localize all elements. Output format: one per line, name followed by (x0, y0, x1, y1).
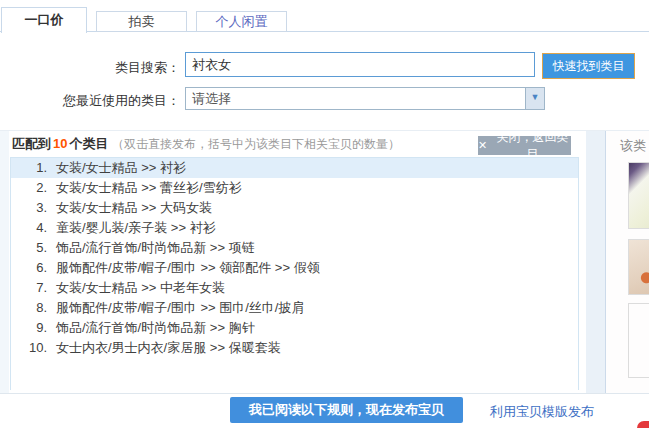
category-row[interactable]: 3.女装/女士精品 >> 大码女装 (11, 198, 578, 218)
match-suffix: 个类目 (69, 136, 108, 151)
tab-personal-idle[interactable]: 个人闲置 (196, 11, 287, 32)
left-edge-strip (0, 131, 9, 393)
category-row[interactable]: 4.童装/婴儿装/亲子装 >> 衬衫 (11, 218, 578, 238)
right-gutter-strip (586, 131, 605, 393)
category-row[interactable]: 1.女装/女士精品 >> 衬衫 (11, 158, 578, 178)
close-return-category-button[interactable]: ✕ 关闭，返回类目 (478, 136, 571, 155)
match-count: 10 (51, 136, 69, 151)
category-row-number: 5. (11, 238, 47, 258)
category-row-path: 童装/婴儿装/亲子装 >> 衬衫 (56, 220, 216, 235)
corner-red-badge (637, 421, 649, 428)
category-row-number: 8. (11, 298, 47, 318)
match-hint: （双击直接发布，括号中为该类目下相关宝贝的数量） (112, 137, 400, 151)
recent-category-label: 您最近使用的类目： (4, 92, 180, 110)
category-row-number: 6. (11, 258, 47, 278)
category-row-number: 2. (11, 178, 47, 198)
category-row[interactable]: 9.饰品/流行首饰/时尚饰品新 >> 胸针 (11, 318, 578, 338)
related-items-panel-title: 该类 (620, 137, 646, 155)
tab-fixed-price[interactable]: 一口价 (1, 7, 87, 33)
publish-item-button[interactable]: 我已阅读以下规则，现在发布宝贝 (230, 397, 463, 423)
category-row[interactable]: 10.女士内衣/男士内衣/家居服 >> 保暖套装 (11, 338, 578, 358)
category-row-path: 女装/女士精品 >> 蕾丝衫/雪纺衫 (56, 180, 242, 195)
category-row-path: 饰品/流行首饰/时尚饰品新 >> 项链 (56, 240, 255, 255)
use-template-link[interactable]: 利用宝贝模版发布 (490, 403, 594, 421)
close-icon: ✕ (478, 140, 487, 151)
tab-auction[interactable]: 拍卖 (96, 11, 187, 32)
match-result-header: 匹配到10个类目 （双击直接发布，括号中为该类目下相关宝贝的数量） (12, 135, 400, 153)
product-thumbnail[interactable] (628, 303, 649, 378)
category-row-path: 饰品/流行首饰/时尚饰品新 >> 胸针 (56, 320, 255, 335)
category-row[interactable]: 6.服饰配件/皮带/帽子/围巾 >> 领部配件 >> 假领 (11, 258, 578, 278)
category-select-page: 一口价 拍卖 个人闲置 类目搜索： 快速找到类目 您最近使用的类目： 请选择 ▼… (0, 0, 649, 428)
category-row[interactable]: 2.女装/女士精品 >> 蕾丝衫/雪纺衫 (11, 178, 578, 198)
category-row-path: 女装/女士精品 >> 衬衫 (56, 160, 186, 175)
footer-divider (0, 393, 649, 394)
recent-category-selected-value: 请选择 (192, 91, 231, 106)
category-row-number: 4. (11, 218, 47, 238)
category-row[interactable]: 5.饰品/流行首饰/时尚饰品新 >> 项链 (11, 238, 578, 258)
category-row-path: 女装/女士精品 >> 大码女装 (56, 200, 212, 215)
category-row-path: 女士内衣/男士内衣/家居服 >> 保暖套装 (56, 340, 281, 355)
category-row[interactable]: 7.女装/女士精品 >> 中老年女装 (11, 278, 578, 298)
product-thumbnail[interactable] (628, 239, 649, 295)
category-row-number: 9. (11, 318, 47, 338)
category-row-path: 女装/女士精品 >> 中老年女装 (56, 280, 225, 295)
category-row[interactable]: 8.服饰配件/皮带/帽子/围巾 >> 围巾/丝巾/披肩 (11, 298, 578, 318)
category-row-path: 服饰配件/皮带/帽子/围巾 >> 领部配件 >> 假领 (56, 260, 320, 275)
category-list: 1.女装/女士精品 >> 衬衫2.女装/女士精品 >> 蕾丝衫/雪纺衫3.女装/… (10, 157, 579, 390)
category-row-number: 7. (11, 278, 47, 298)
recent-category-select[interactable]: 请选择 ▼ (185, 87, 545, 110)
category-row-path: 服饰配件/皮带/帽子/围巾 >> 围巾/丝巾/披肩 (56, 300, 304, 315)
category-row-number: 3. (11, 198, 47, 218)
match-prefix: 匹配到 (12, 136, 51, 151)
category-search-label: 类目搜索： (4, 59, 180, 77)
product-thumbnail[interactable] (628, 162, 649, 229)
category-row-number: 1. (11, 158, 47, 178)
quick-find-category-button[interactable]: 快速找到类目 (542, 53, 635, 79)
chevron-down-icon[interactable]: ▼ (525, 88, 544, 109)
category-row-number: 10. (11, 338, 47, 358)
category-search-input[interactable] (185, 52, 535, 77)
